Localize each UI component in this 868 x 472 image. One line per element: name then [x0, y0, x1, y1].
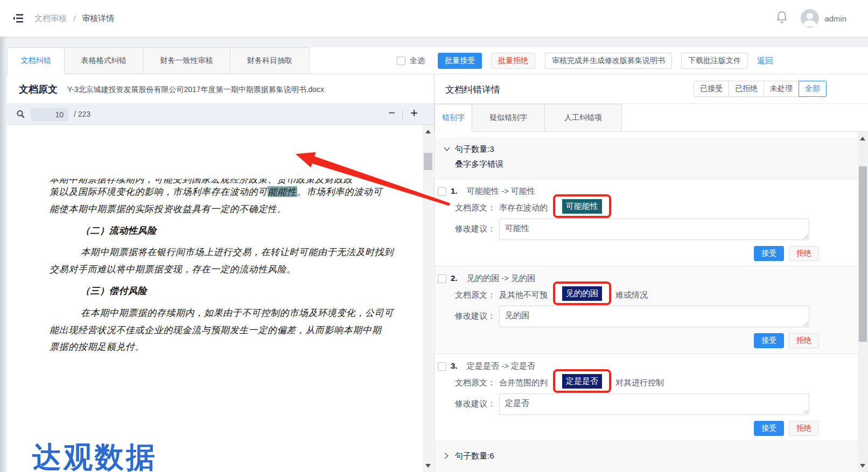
original-context-pre: 率存在波动的: [499, 203, 548, 213]
document-line: 策以及国际环境变化的影响，市场利率存在波动的可能能性。市场利率的波动可: [50, 186, 382, 198]
page-total: / 223: [74, 110, 90, 118]
breadcrumb: 文档审核 / 审核详情: [34, 0, 114, 37]
scrollbar-thumb[interactable]: [859, 166, 867, 342]
username: admin: [824, 14, 846, 23]
breadcrumb-separator: /: [73, 14, 75, 23]
reject-button[interactable]: 拒绝: [789, 246, 819, 261]
zoom-out-button[interactable]: −: [388, 106, 395, 120]
error-group-header[interactable]: 句子数量:3 叠字多字错误: [435, 137, 858, 179]
reject-button[interactable]: 拒绝: [789, 333, 819, 348]
filter-rejected[interactable]: 已拒绝: [729, 81, 764, 97]
document-title-row: 文档原文 Y-3北京城建投资发展股份有限公司2017年度第一期中期票据募集说明书…: [7, 74, 434, 104]
tab-suspected-typos[interactable]: 疑似错别字: [472, 104, 545, 132]
annotation-red-box: 定是是否: [553, 369, 611, 393]
highlighted-error-text: 见的的困: [562, 286, 602, 301]
error-item-checkbox[interactable]: [438, 274, 446, 283]
details-scrollbar[interactable]: [858, 132, 868, 472]
annotation-red-box: 可能能性: [553, 194, 611, 218]
tab-financial-subject[interactable]: 财务科目抽取: [230, 47, 310, 74]
original-text-label: 文档原文：: [455, 290, 495, 300]
tab-financial-consistency[interactable]: 财务一致性审核: [143, 47, 230, 74]
document-clipped-line: 本期中期票据存续期内，可能受到国家宏观经济政策、货币政策及财政政: [50, 179, 405, 185]
page-number-input[interactable]: [31, 108, 68, 121]
chevron-right-icon[interactable]: [443, 452, 450, 462]
original-context-post: 对其进行控制: [615, 378, 664, 388]
error-item-change: 可能能性 -> 可能性: [467, 186, 535, 196]
original-text-label: 文档原文：: [455, 378, 495, 388]
scroll-up-icon[interactable]: [425, 130, 431, 133]
download-annotated-button[interactable]: 下载批注版文件: [681, 53, 748, 69]
back-link[interactable]: 返回: [757, 56, 773, 66]
top-bar: 文档审核 / 审核详情 admin: [0, 0, 868, 37]
details-tab-bar: 错别字 疑似错别字 人工纠错项: [435, 104, 868, 132]
document-line: 票据的按期足额兑付。: [50, 341, 144, 353]
accept-button[interactable]: 接受: [754, 333, 784, 348]
accept-button[interactable]: 接受: [754, 421, 784, 436]
batch-reject-button[interactable]: 批量拒绝: [491, 53, 535, 69]
bell-icon[interactable]: [776, 10, 788, 26]
accept-button[interactable]: 接受: [754, 246, 784, 261]
left-shade: [0, 37, 6, 472]
error-group-header-collapsed[interactable]: 句子数量:6: [435, 441, 858, 472]
main-container: 文档纠错 表格格式纠错 财务一致性审核 财务科目抽取 全选 批量接受 批量拒绝 …: [7, 47, 868, 472]
original-text-label: 文档原文：: [455, 203, 495, 213]
avatar: [801, 9, 819, 27]
zoom-in-button[interactable]: +: [410, 105, 418, 121]
select-all-label: 全选: [410, 56, 425, 66]
document-panel: 文档原文 Y-3北京城建投资发展股份有限公司2017年度第一期中期票据募集说明书…: [7, 74, 435, 472]
document-filename: Y-3北京城建投资发展股份有限公司2017年度第一期中期票据募集说明书.docx: [67, 85, 324, 95]
document-heading: （三）偿付风险: [81, 285, 147, 297]
group-error-type: 叠字多字错误: [455, 159, 503, 170]
batch-accept-button[interactable]: 批量接受: [438, 53, 482, 69]
details-panel: 文档纠错详情 已接受 已拒绝 未处理 全部 错别字 疑似错别字 人工纠错项 句子…: [435, 74, 868, 472]
error-item: 3. 定是是否 -> 定是否 文档原文： 合并范围的判 定是是否 对其进行控制 …: [435, 354, 858, 441]
zoom-divider: [402, 110, 403, 119]
chevron-down-icon[interactable]: [443, 145, 451, 154]
highlighted-error-text: 定是是否: [562, 374, 602, 389]
tab-manual-corrections[interactable]: 人工纠错项: [544, 104, 622, 132]
document-line: 能使本期中期票据的实际投资收益具有一定的不确定性。: [50, 203, 286, 215]
error-list: 句子数量:3 叠字多字错误 1. 可能能性 -> 可能性 文档原文： 率存在波动…: [435, 132, 868, 472]
document-line: 能出现经营状况不佳或企业的现金流与预期发生一定的偏差，从而影响本期中期: [50, 324, 381, 336]
action-bar: 全选 批量接受 批量拒绝 审核完成并生成修改版募集说明书 下载批注版文件 返回: [397, 53, 773, 69]
error-item: 1. 可能能性 -> 可能性 文档原文： 率存在波动的 可能能性 修改建议： 可…: [435, 179, 858, 266]
scrollbar-thumb[interactable]: [424, 153, 432, 170]
collapse-menu-icon[interactable]: [12, 12, 25, 26]
breadcrumb-section[interactable]: 文档审核: [34, 13, 67, 24]
suggestion-label: 修改建议：: [455, 224, 495, 234]
scroll-up-icon[interactable]: [860, 137, 865, 140]
original-context-pre: 合并范围的判: [499, 378, 548, 388]
datagrand-logo: 达观数据 DATA GRAND: [32, 438, 190, 472]
breadcrumb-current: 审核详情: [82, 13, 114, 24]
tab-typos[interactable]: 错别字: [435, 104, 472, 132]
suggestion-textarea[interactable]: 定是否: [499, 393, 809, 415]
document-content[interactable]: 本期中期票据存续期内，可能受到国家宏观经济政策、货币政策及财政政 策以及国际环境…: [7, 125, 434, 472]
document-error-highlight[interactable]: 能能性: [268, 186, 297, 197]
document-scrollbar[interactable]: [423, 125, 433, 472]
status-filter-group: 已接受 已拒绝 未处理 全部: [694, 81, 827, 97]
suggestion-textarea[interactable]: 可能性: [499, 219, 809, 240]
select-all-checkbox[interactable]: [397, 57, 405, 65]
highlighted-error-text: 可能能性: [562, 199, 602, 214]
scroll-down-icon[interactable]: [425, 464, 431, 468]
original-context-pre: 及其他不可预: [499, 290, 548, 300]
filter-accepted[interactable]: 已接受: [694, 81, 729, 97]
error-item-change: 定是是否 -> 定是否: [467, 361, 535, 371]
filter-all[interactable]: 全部: [799, 81, 827, 97]
error-item-change: 见的的困 -> 见的困: [467, 273, 535, 284]
scroll-down-icon[interactable]: [860, 464, 865, 468]
error-item-number: 2.: [451, 273, 458, 283]
logo-chinese: 达观数据: [32, 438, 190, 472]
user-menu[interactable]: admin: [801, 9, 846, 27]
filter-pending[interactable]: 未处理: [764, 81, 799, 97]
tab-table-format[interactable]: 表格格式纠错: [64, 47, 143, 74]
reject-button[interactable]: 拒绝: [789, 421, 819, 436]
details-title: 文档纠错详情: [445, 83, 500, 96]
suggestion-textarea[interactable]: 见的困: [499, 306, 809, 327]
search-icon[interactable]: [16, 109, 25, 121]
error-item-checkbox[interactable]: [438, 362, 446, 371]
finish-generate-button[interactable]: 审核完成并生成修改版募集说明书: [545, 53, 672, 69]
tab-document-correction[interactable]: 文档纠错: [7, 47, 65, 74]
error-item-checkbox[interactable]: [438, 187, 446, 196]
error-item-number: 3.: [451, 361, 458, 370]
